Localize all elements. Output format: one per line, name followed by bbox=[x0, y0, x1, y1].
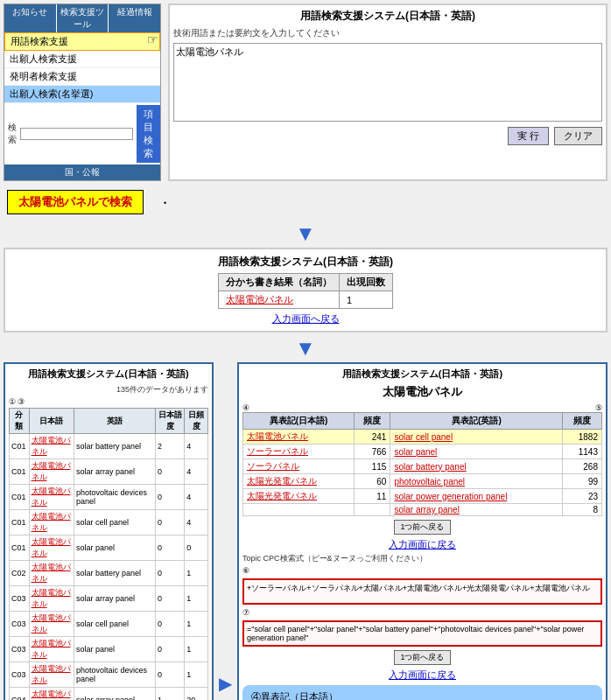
jp-link[interactable]: 太陽電池パネル bbox=[32, 588, 71, 608]
variant-table: 異表記(日本語) 頻度 異表記(英語) 頻度 太陽電池パネル 241 solar… bbox=[242, 412, 602, 516]
vrow-jp-link[interactable]: ソーラーパネル bbox=[247, 446, 308, 456]
jp-link[interactable]: 太陽電池パネル bbox=[32, 461, 71, 481]
vrow-jp-link[interactable]: 太陽光発電パネル bbox=[247, 476, 317, 486]
table-row: C01 太陽電池パネル solar array panel 0 4 bbox=[10, 459, 208, 485]
back-anchor-1[interactable]: 入力画面に戻る bbox=[389, 539, 456, 550]
circle-4: ④ bbox=[242, 403, 249, 412]
middle-back-anchor[interactable]: 入力画面へ戻る bbox=[272, 313, 340, 324]
jp-link[interactable]: 太陽電池パネル bbox=[32, 613, 71, 634]
results-row: 太陽電池パネル 1 bbox=[219, 291, 393, 309]
annotation-box-right: ④異表記（日本語） ⑤異表記（英語） ⑥検索式（日本語） ⑦検索式（英語） bbox=[242, 685, 602, 700]
vrow-jp: 太陽光発電パネル bbox=[243, 474, 355, 489]
cell-jp: 太陽電池パネル bbox=[29, 688, 74, 701]
top-search-panel: 用語検索支援システム(日本語・英語) 技術用語または要約文を入力してください 太… bbox=[168, 4, 607, 181]
vrow-jp-link[interactable]: 太陽光発電パネル bbox=[247, 491, 317, 500]
vrow-en: solar array panel bbox=[390, 504, 563, 516]
cell-freq: 1 bbox=[185, 586, 208, 612]
back-link-2: 入力画面に戻る bbox=[242, 668, 602, 682]
arrow-2: ▼ bbox=[4, 336, 607, 360]
jp-link[interactable]: 太陽電池パネル bbox=[32, 512, 71, 532]
cell-jp: 太陽電池パネル bbox=[29, 485, 74, 510]
tab-kensaku[interactable]: 検索支援ツール bbox=[57, 4, 109, 32]
vrow-enfreq: 8 bbox=[563, 504, 602, 516]
ann4: ④異表記（日本語） bbox=[251, 690, 593, 700]
cell-jp: 太陽電池パネル bbox=[29, 586, 74, 612]
formula-en-label: ⑦ bbox=[242, 608, 602, 617]
cell-en: solar cell panel bbox=[74, 510, 156, 536]
vrow-en: solar power generation panel bbox=[390, 489, 563, 504]
cell-cls: C01 bbox=[10, 510, 30, 536]
menu-item-yogo[interactable]: 用語検索支援 bbox=[4, 32, 160, 51]
results-term-link[interactable]: 太陽電池パネル bbox=[226, 294, 293, 304]
bottom-left-table: 分類 日本語 英語 日本語度 日頻度 C01 太陽電池パネル solar bat… bbox=[9, 408, 208, 700]
middle-back-link: 入力画面へ戻る bbox=[11, 312, 600, 326]
variant-jp-header: 異表記(日本語) bbox=[243, 413, 355, 430]
cell-jpd: 0 bbox=[156, 561, 185, 586]
cell-jp: 太陽電池パネル bbox=[29, 561, 74, 586]
solar-title: 太陽電池パネル bbox=[242, 384, 602, 400]
vrow-jp: 太陽光発電パネル bbox=[243, 489, 355, 504]
cell-freq: 4 bbox=[185, 485, 208, 510]
table-row: C01 太陽電池パネル solar battery panel 2 4 bbox=[10, 434, 208, 459]
cell-en: solar array panel bbox=[74, 586, 156, 612]
cell-cls: C01 bbox=[10, 485, 30, 510]
variant-section-header: ④ ⑤ bbox=[242, 403, 602, 412]
cell-freq: 4 bbox=[185, 459, 208, 485]
cell-jp: 太陽電池パネル bbox=[29, 536, 74, 561]
menu-item-shutsugannin[interactable]: 出願人検索支援 bbox=[4, 51, 160, 68]
back-anchor-2[interactable]: 入力画面に戻る bbox=[389, 669, 456, 680]
nav-top-bar: お知らせ 検索支援ツール 経過情報 bbox=[4, 4, 160, 32]
vrow-en-link[interactable]: solar battery panel bbox=[394, 462, 466, 472]
cell-jp: 太陽電池パネル bbox=[29, 459, 74, 485]
jp-link[interactable]: 太陽電池パネル bbox=[32, 664, 71, 684]
cell-jpd: 0 bbox=[156, 510, 185, 536]
clear-button[interactable]: クリア bbox=[554, 127, 602, 145]
middle-title: 用語検索支援システム(日本語・英語) bbox=[11, 255, 600, 270]
formula-jp-label: ⑥ bbox=[242, 566, 602, 575]
jp-link[interactable]: 太陽電池パネル bbox=[32, 537, 71, 557]
cell-jpd: 0 bbox=[156, 485, 185, 510]
variant-row: ソーラーパネル 766 solar panel 1143 bbox=[243, 444, 602, 459]
execute-button[interactable]: 実 行 bbox=[508, 127, 549, 145]
solar-search-button[interactable]: 太陽電池パネルで検索 bbox=[7, 190, 144, 214]
middle-section: 用語検索支援システム(日本語・英語) 分かち書き結果（名詞） 出現回数 太陽電池… bbox=[4, 248, 607, 332]
jp-link[interactable]: 太陽電池パネル bbox=[32, 436, 71, 456]
circle-6: ⑥ bbox=[242, 566, 249, 575]
solar-button-area: 太陽電池パネルで検索 • bbox=[4, 186, 607, 218]
tab-oshirase[interactable]: お知らせ bbox=[4, 4, 57, 32]
vrow-en-link[interactable]: solar panel bbox=[394, 447, 437, 457]
vrow-enfreq: 23 bbox=[563, 489, 602, 504]
vrow-en-link[interactable]: solar cell panel bbox=[394, 432, 453, 442]
jp-link[interactable]: 太陽電池パネル bbox=[32, 486, 71, 507]
vrow-en-link[interactable]: solar power generation panel bbox=[394, 492, 507, 501]
bottom-right-panel: 用語検索支援システム(日本語・英語) 太陽電池パネル ④ ⑤ 異表記(日本語) … bbox=[237, 362, 607, 700]
vrow-jp-link[interactable]: 太陽電池パネル bbox=[247, 431, 308, 441]
nav-search-input[interactable] bbox=[20, 128, 133, 140]
cell-jpd: 2 bbox=[156, 434, 185, 459]
next-btn-1[interactable]: 1つ前へ戻る bbox=[394, 520, 450, 535]
variant-row: 太陽電池パネル 241 solar cell panel 1882 bbox=[243, 430, 602, 444]
cell-jp: 太陽電池パネル bbox=[29, 637, 74, 662]
vrow-jp: 太陽電池パネル bbox=[243, 430, 355, 444]
koumoku-search-button[interactable]: 項目 検索 bbox=[137, 105, 160, 163]
tab-keika[interactable]: 経過情報 bbox=[109, 4, 160, 32]
vrow-en: photovoltaic panel bbox=[390, 474, 563, 489]
menu-item-hatsumei[interactable]: 発明者検索支援 bbox=[4, 68, 160, 86]
jp-link[interactable]: 太陽電池パネル bbox=[32, 690, 71, 700]
bottom-section: 用語検索支援システム(日本語・英語) 135件のデータがあります ① ③ 分類 … bbox=[4, 362, 607, 700]
cell-en: solar array panel bbox=[74, 459, 156, 485]
cell-jpd: 1 bbox=[156, 688, 185, 701]
vrow-en-link[interactable]: solar array panel bbox=[394, 505, 459, 514]
next-btn-2[interactable]: 1つ前へ戻る bbox=[394, 650, 450, 665]
menu-item-shutsugannin2[interactable]: 出願人検索(名挙選) bbox=[4, 86, 160, 103]
vrow-jp-link[interactable]: ソーラパネル bbox=[247, 461, 299, 471]
cell-jp: 太陽電池パネル bbox=[29, 434, 74, 459]
jp-link[interactable]: 太陽電池パネル bbox=[32, 639, 71, 659]
cell-jpd: 0 bbox=[156, 586, 185, 612]
cell-cls: C03 bbox=[10, 662, 30, 688]
jp-link[interactable]: 太陽電池パネル bbox=[32, 563, 71, 583]
col-cls: 分類 bbox=[10, 409, 30, 434]
search-textarea[interactable]: 太陽電池パネル bbox=[173, 43, 602, 122]
vrow-en-link[interactable]: photovoltaic panel bbox=[394, 477, 465, 486]
vrow-jpfreq: 241 bbox=[355, 430, 390, 444]
